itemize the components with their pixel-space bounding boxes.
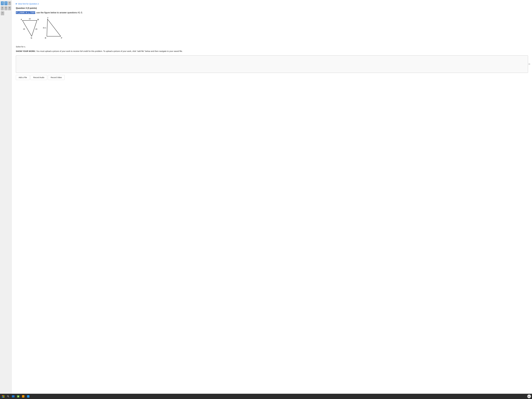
nav-item-4[interactable]: 4 -- (1, 6, 4, 10)
nav-num-3: 3 (9, 2, 10, 3)
taskbar: 📁 DELL (0, 394, 532, 399)
show-work-text: SHOW YOUR WORK: You must upload a pictur… (16, 50, 528, 53)
nav-item-2[interactable]: 2 ✓ (4, 1, 7, 5)
svg-text:15: 15 (29, 18, 31, 20)
app-icon-orange (22, 395, 24, 398)
svg-text:T: T (47, 17, 48, 19)
nav-num-7: 7 (2, 12, 3, 13)
nav-check-1: ✓ (2, 3, 3, 5)
hint-label: View hint for Question 2 (18, 3, 39, 5)
hint-triangle-icon (16, 3, 17, 5)
nav-num-4: 4 (2, 7, 3, 8)
nav-num-1: 1 (2, 2, 3, 3)
taskbar-item-3[interactable]: 📁 (16, 394, 20, 399)
svg-text:R: R (45, 37, 46, 39)
record-video-button[interactable]: Record Video (48, 75, 65, 80)
nav-dash-3: -- (9, 3, 10, 5)
windows-icon (2, 395, 4, 398)
svg-rect-12 (2, 395, 3, 396)
svg-text:N: N (31, 37, 32, 39)
app-icon-blue (27, 395, 29, 398)
nav-item-5[interactable]: 5 -- (4, 6, 7, 10)
pencil-icon: ✏ (528, 63, 530, 66)
nav-num-6: 6 (9, 7, 10, 8)
svg-point-16 (7, 395, 9, 397)
taskbar-item-2[interactable] (11, 394, 15, 399)
nav-item-1[interactable]: 1 ✓ (1, 1, 4, 5)
figure-area: K M N 15 25 20 T R P 3x-1 (19, 17, 66, 43)
nav-row-3: 7 -- (1, 11, 11, 15)
answer-box-container: ✏ (16, 55, 528, 73)
sidebar: 1 ✓ 2 ✓ 3 -- 4 -- 5 -- 6 -- 7 -- (0, 0, 12, 399)
search-icon (7, 395, 9, 397)
answer-input-area[interactable] (16, 56, 528, 73)
nav-check-2: ✓ (5, 3, 6, 5)
svg-rect-14 (2, 397, 3, 398)
dell-logo: DELL (527, 394, 531, 398)
taskbar-item-5[interactable] (26, 394, 30, 399)
nav-item-3[interactable]: 3 -- (8, 1, 11, 5)
folder-icon: 📁 (17, 395, 19, 398)
nav-item-6[interactable]: 6 -- (8, 6, 11, 10)
svg-rect-13 (3, 395, 4, 396)
svg-text:20: 20 (35, 28, 37, 30)
search-taskbar[interactable] (6, 394, 10, 399)
nav-row-1: 1 ✓ 2 ✓ 3 -- (1, 1, 11, 5)
taskbar-item-4[interactable] (21, 394, 25, 399)
nav-dash-4: -- (2, 8, 3, 10)
nav-dash-5: -- (6, 8, 6, 10)
answer-box[interactable] (16, 55, 528, 73)
button-row: Add a File Record Audio Record Video (16, 75, 528, 80)
record-audio-button[interactable]: Record Audio (31, 75, 47, 80)
nav-row-2: 4 -- 5 -- 6 -- (1, 6, 11, 10)
hint-link[interactable]: View hint for Question 2 (16, 3, 528, 5)
svg-text:K: K (21, 19, 22, 21)
svg-rect-15 (3, 397, 4, 398)
statement-highlighted: If △NMK ≅ △ TRP (16, 11, 35, 14)
nav-item-7[interactable]: 7 -- (1, 11, 4, 15)
statement-suffix: , use the figure below to answer questio… (35, 11, 83, 14)
browser-icon (12, 395, 14, 397)
nav-num-2: 2 (6, 2, 6, 3)
add-file-button[interactable]: Add a File (16, 75, 30, 80)
start-button[interactable] (1, 394, 5, 399)
triangle-figure: K M N 15 25 20 T R P 3x-1 (19, 17, 66, 43)
nav-dash-7: -- (2, 13, 3, 15)
question-header: Question 3 (3 points) (16, 7, 528, 9)
svg-text:3x-1: 3x-1 (43, 27, 46, 29)
show-work-body: You must upload a picture of your work t… (36, 50, 183, 52)
show-work-bold: SHOW YOUR WORK: (16, 50, 36, 52)
svg-text:P: P (61, 37, 62, 39)
nav-dash-6: -- (9, 8, 10, 10)
svg-line-17 (8, 397, 9, 397)
nav-num-5: 5 (6, 7, 6, 8)
question-statement: If △NMK ≅ △ TRP, use the figure below to… (16, 11, 528, 14)
svg-marker-7 (47, 19, 61, 36)
svg-text:M: M (37, 19, 39, 21)
svg-text:25: 25 (23, 28, 25, 30)
main-content: View hint for Question 2 Question 3 (3 p… (12, 0, 532, 399)
solve-text: Solve for x. (16, 45, 528, 48)
